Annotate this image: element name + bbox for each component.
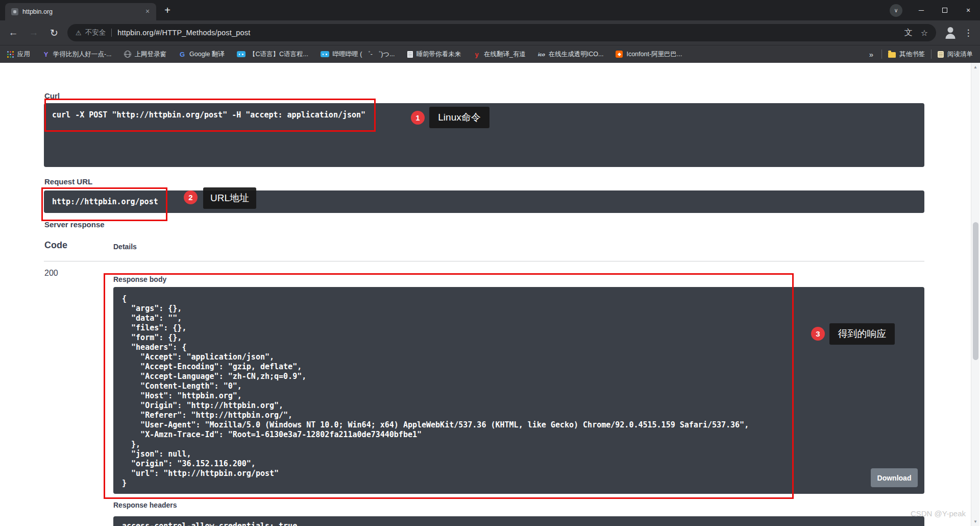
- bilibili-tv-icon: [237, 51, 246, 57]
- browser-tab[interactable]: httpbin.org ×: [5, 3, 156, 20]
- bookmark-label: 上网登录窗: [135, 50, 167, 59]
- tab-title: httpbin.org: [22, 8, 139, 15]
- bookmark-item[interactable]: 上网登录窗: [124, 50, 167, 59]
- request-url-block: http://httpbin.org/post: [44, 190, 924, 213]
- annotation-tooltip-3: 得到的响应: [829, 323, 895, 345]
- scroll-up-arrow[interactable]: ▲: [971, 65, 979, 69]
- request-url-label: Request URL: [44, 177, 92, 186]
- bookmark-label: 应用: [17, 50, 30, 59]
- response-headers-label: Response headers: [113, 501, 177, 509]
- watermark: CSDN @Y-peak: [911, 509, 966, 518]
- scrollbar-thumb[interactable]: [973, 222, 978, 360]
- divider: [931, 50, 932, 59]
- bookmark-label: 在线翻译_有道: [484, 50, 526, 59]
- google-g-icon: G: [179, 51, 186, 58]
- details-column-header: Details: [113, 243, 137, 251]
- forward-button[interactable]: →: [26, 25, 42, 41]
- maximize-icon: [942, 8, 947, 13]
- browser-toolbar: ← → ↻ ⚠ 不安全 httpbin.org/#/HTTP_Methods/p…: [0, 20, 980, 45]
- iconfont-icon: [616, 51, 623, 58]
- browser-menu-icon[interactable]: ⋮: [962, 28, 975, 38]
- bookmark-label: 在线生成透明ICO...: [549, 50, 604, 59]
- chevron-down-icon: ∨: [894, 7, 898, 14]
- annotation-badge-1: 1: [411, 111, 425, 125]
- translate-icon[interactable]: 文: [904, 28, 913, 38]
- annotation-box-curl: [44, 99, 376, 132]
- close-window-button[interactable]: ×: [957, 0, 980, 20]
- reload-button[interactable]: ↻: [46, 25, 62, 41]
- bookmark-item[interactable]: Y 学得比别人好一点-...: [42, 50, 112, 59]
- bookmark-item-apps[interactable]: 应用: [7, 50, 30, 59]
- window-controls: ∨ ─ ×: [890, 0, 980, 20]
- page-scrollbar[interactable]: ▲ ▼: [971, 63, 979, 526]
- bookmarks-bar: 应用 Y 学得比别人好一点-... 上网登录窗 G Google 翻译 【C语言…: [0, 45, 980, 63]
- annotation-box-response: [104, 273, 794, 499]
- bookmark-label: Google 翻译: [189, 50, 225, 59]
- annotation-box-request-url: [41, 187, 167, 221]
- bookmark-label: 学得比别人好一点-...: [53, 50, 112, 59]
- tab-search-button[interactable]: ∨: [890, 4, 902, 17]
- site-favicon-icon: [11, 8, 18, 15]
- bookmark-label: 哔哩哔哩 ( ゜- ゜)つ...: [333, 50, 395, 59]
- bookmarks-overflow-chevron[interactable]: »: [867, 50, 875, 59]
- response-headers-block: access-control-allow-credentials: true: [113, 516, 924, 526]
- annotation-badge-2: 2: [184, 190, 198, 204]
- back-button[interactable]: ←: [5, 25, 21, 41]
- not-secure-warning-icon: ⚠: [76, 29, 82, 37]
- y-letter-icon: Y: [42, 51, 50, 58]
- bookmark-item[interactable]: 哔哩哔哩 ( ゜- ゜)つ...: [321, 50, 395, 59]
- bookmark-label: Iconfont-阿里巴巴...: [626, 50, 682, 59]
- reading-list-button[interactable]: 阅读清单: [938, 50, 973, 59]
- bookmark-item[interactable]: y 在线翻译_有道: [473, 50, 526, 59]
- url-text: httpbin.org/#/HTTP_Methods/post_post: [117, 29, 250, 37]
- download-button[interactable]: Download: [871, 468, 918, 487]
- tab-bar: httpbin.org × + ∨ ─ ×: [0, 0, 980, 20]
- code-column-header: Code: [44, 240, 67, 251]
- omnibox-separator: [111, 29, 112, 37]
- scroll-down-arrow[interactable]: ▼: [971, 519, 979, 524]
- bookmark-item[interactable]: G Google 翻译: [179, 50, 225, 59]
- bookmark-label: 睡前带你看未来: [416, 50, 461, 59]
- document-icon: [407, 51, 413, 58]
- youdao-y-icon: y: [473, 51, 480, 58]
- other-bookmarks-label: 其他书签: [899, 50, 925, 59]
- bookmark-item[interactable]: ico 在线生成透明ICO...: [538, 50, 603, 59]
- reading-list-label: 阅读清单: [947, 50, 973, 59]
- tab-close-icon[interactable]: ×: [143, 7, 152, 16]
- annotation-badge-3: 3: [811, 327, 825, 341]
- other-bookmarks-button[interactable]: 其他书签: [888, 50, 925, 59]
- response-headers-text: access-control-allow-credentials: true: [122, 521, 916, 526]
- reading-list-icon: [938, 51, 944, 58]
- address-bar[interactable]: ⚠ 不安全 httpbin.org/#/HTTP_Methods/post_po…: [67, 24, 936, 41]
- folder-icon: [888, 52, 896, 58]
- status-code: 200: [44, 269, 58, 278]
- bilibili-tv-icon: [321, 51, 329, 57]
- ico-logo-icon: ico: [538, 52, 545, 57]
- bookmark-item[interactable]: 睡前带你看未来: [407, 50, 461, 59]
- annotation-tooltip-2: URL地址: [203, 187, 256, 209]
- annotation-tooltip-1: Linux命令: [429, 107, 489, 128]
- bookmark-star-icon[interactable]: ☆: [921, 28, 928, 38]
- security-label: 不安全: [85, 28, 106, 37]
- new-tab-button[interactable]: +: [160, 3, 175, 17]
- profile-avatar-icon[interactable]: [943, 26, 958, 40]
- bookmark-item[interactable]: 【C语言】C语言程...: [237, 50, 308, 59]
- server-response-label: Server response: [44, 220, 105, 229]
- page-content: Curl curl -X POST "http://httpbin.org/po…: [0, 63, 980, 526]
- divider: [881, 50, 882, 59]
- bookmark-item[interactable]: Iconfont-阿里巴巴...: [616, 50, 682, 59]
- globe-icon: [124, 51, 131, 58]
- bookmark-label: 【C语言】C语言程...: [249, 50, 308, 59]
- apps-grid-icon: [7, 51, 14, 58]
- maximize-button[interactable]: [933, 0, 957, 20]
- table-header-divider: [44, 261, 924, 261]
- minimize-button[interactable]: ─: [910, 0, 933, 20]
